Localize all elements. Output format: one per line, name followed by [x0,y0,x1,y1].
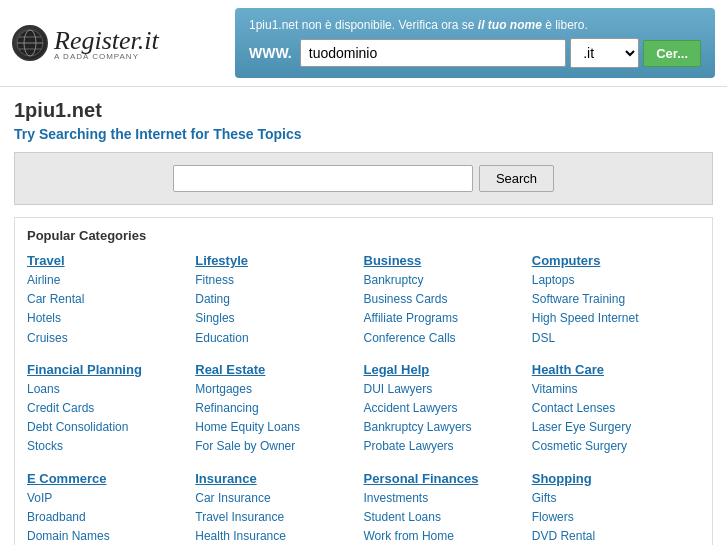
category-link[interactable]: Travel Insurance [195,508,355,527]
category-link[interactable]: Health Insurance [195,527,355,545]
domain-search-bar: 1piu1.net non è disponibile. Verifica or… [235,8,715,78]
category-group: Financial PlanningLoansCredit CardsDebt … [27,362,187,457]
category-group: Real EstateMortgagesRefinancingHome Equi… [195,362,355,457]
category-heading[interactable]: Health Care [532,362,692,377]
categories-title: Popular Categories [27,228,700,243]
category-link[interactable]: Conference Calls [364,329,524,348]
category-link[interactable]: Bankruptcy [364,271,524,290]
category-link[interactable]: Bankruptcy Lawyers [364,418,524,437]
page-subtitle: Try Searching the Internet for These Top… [14,126,713,142]
www-label: WWW. [249,45,292,61]
domain-input-row: WWW. .it .com .net .org Cer... [249,38,701,68]
category-group: Legal HelpDUI LawyersAccident LawyersBan… [364,362,524,457]
category-link[interactable]: Investments [364,489,524,508]
category-link[interactable]: Laptops [532,271,692,290]
category-link[interactable]: Loans [27,380,187,399]
categories-section: Popular Categories TravelAirlineCar Rent… [14,217,713,545]
category-link[interactable]: Laser Eye Surgery [532,418,692,437]
category-link[interactable]: Student Loans [364,508,524,527]
search-section: Search [14,152,713,205]
category-link[interactable]: Dating [195,290,355,309]
domain-search-button[interactable]: Cer... [643,40,701,67]
tld-selector[interactable]: .it .com .net .org [570,38,639,68]
category-link[interactable]: Cruises [27,329,187,348]
category-link[interactable]: Fitness [195,271,355,290]
category-link[interactable]: Software Training [532,290,692,309]
category-link[interactable]: Credit Cards [27,399,187,418]
category-heading[interactable]: Computers [532,253,692,268]
domain-input[interactable] [300,39,566,67]
search-button[interactable]: Search [479,165,554,192]
category-link[interactable]: Stocks [27,437,187,456]
header: Register.it A DADA COMPANY 1piu1.net non… [0,0,727,87]
category-group: ShoppingGiftsFlowersDVD RentalApparel [532,471,692,546]
site-title: 1piu1.net [14,99,713,122]
search-input[interactable] [173,165,473,192]
category-group: ComputersLaptopsSoftware TrainingHigh Sp… [532,253,692,348]
category-group: LifestyleFitnessDatingSinglesEducation [195,253,355,348]
logo-text-area: Register.it A DADA COMPANY [54,26,159,61]
category-group: TravelAirlineCar RentalHotelsCruises [27,253,187,348]
category-link[interactable]: Refinancing [195,399,355,418]
category-link[interactable]: Mortgages [195,380,355,399]
category-link[interactable]: Accident Lawyers [364,399,524,418]
category-link[interactable]: Work from Home [364,527,524,545]
category-link[interactable]: For Sale by Owner [195,437,355,456]
category-link[interactable]: DVD Rental [532,527,692,545]
category-heading[interactable]: Personal Finances [364,471,524,486]
category-link[interactable]: Affiliate Programs [364,309,524,328]
category-column-2: BusinessBankruptcyBusiness CardsAffiliat… [364,253,532,545]
category-link[interactable]: Vitamins [532,380,692,399]
category-link[interactable]: Business Cards [364,290,524,309]
category-link[interactable]: Debt Consolidation [27,418,187,437]
category-link[interactable]: Gifts [532,489,692,508]
categories-grid: TravelAirlineCar RentalHotelsCruisesFina… [27,253,700,545]
category-column-3: ComputersLaptopsSoftware TrainingHigh Sp… [532,253,700,545]
category-group: Health CareVitaminsContact LensesLaser E… [532,362,692,457]
category-link[interactable]: Hotels [27,309,187,328]
search-row: Search [27,165,700,192]
category-heading[interactable]: Shopping [532,471,692,486]
category-heading[interactable]: Legal Help [364,362,524,377]
domain-notice: 1piu1.net non è disponibile. Verifica or… [249,18,701,32]
category-column-0: TravelAirlineCar RentalHotelsCruisesFina… [27,253,195,545]
category-group: BusinessBankruptcyBusiness CardsAffiliat… [364,253,524,348]
category-link[interactable]: Car Rental [27,290,187,309]
category-link[interactable]: Flowers [532,508,692,527]
category-heading[interactable]: Travel [27,253,187,268]
category-heading[interactable]: Lifestyle [195,253,355,268]
category-link[interactable]: Car Insurance [195,489,355,508]
globe-icon [12,25,48,61]
category-link[interactable]: Domain Names [27,527,187,545]
category-heading[interactable]: Real Estate [195,362,355,377]
category-link[interactable]: DSL [532,329,692,348]
category-link[interactable]: High Speed Internet [532,309,692,328]
category-link[interactable]: Singles [195,309,355,328]
category-link[interactable]: Education [195,329,355,348]
category-heading[interactable]: E Commerce [27,471,187,486]
category-link[interactable]: Home Equity Loans [195,418,355,437]
main-content: 1piu1.net Try Searching the Internet for… [0,87,727,545]
category-link[interactable]: VoIP [27,489,187,508]
category-column-1: LifestyleFitnessDatingSinglesEducationRe… [195,253,363,545]
category-link[interactable]: DUI Lawyers [364,380,524,399]
category-group: E CommerceVoIPBroadbandDomain NamesWeb H… [27,471,187,546]
category-link[interactable]: Airline [27,271,187,290]
category-group: InsuranceCar InsuranceTravel InsuranceHe… [195,471,355,546]
category-heading[interactable]: Business [364,253,524,268]
category-link[interactable]: Cosmetic Surgery [532,437,692,456]
category-group: Personal FinancesInvestmentsStudent Loan… [364,471,524,546]
logo: Register.it A DADA COMPANY [12,25,159,61]
category-link[interactable]: Broadband [27,508,187,527]
category-link[interactable]: Contact Lenses [532,399,692,418]
category-heading[interactable]: Insurance [195,471,355,486]
category-heading[interactable]: Financial Planning [27,362,187,377]
category-link[interactable]: Probate Lawyers [364,437,524,456]
